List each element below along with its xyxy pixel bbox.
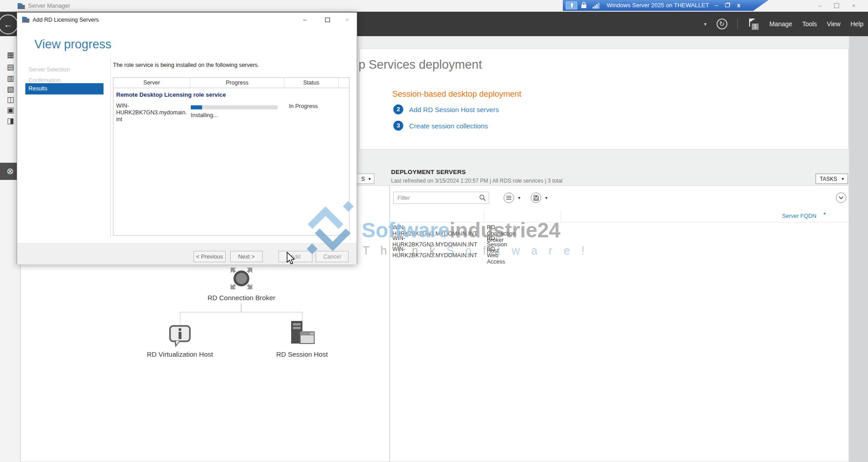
chevron-down-icon[interactable]: ▾	[518, 195, 520, 200]
host-minimize-button[interactable]: –	[818, 2, 821, 9]
rdp-minimize-button[interactable]: –	[715, 2, 718, 9]
progress-bar-fill	[191, 105, 202, 109]
server-manager-icon	[17, 3, 25, 9]
wizard-page-heading: View progress	[34, 38, 112, 52]
deployment-servers-title: DEPLOYMENT SERVERS	[391, 169, 466, 175]
menu-manage[interactable]: Manage	[769, 20, 793, 28]
connector-line-dotted	[180, 312, 241, 312]
chevron-down-icon[interactable]: ▾	[545, 195, 547, 200]
rd-virtualization-host-label: RD Virtualization Host	[135, 350, 225, 358]
deployment-table-header: Server FQDN ▲ Installed Role Service	[390, 211, 849, 222]
rd-session-host-label: RD Session Host	[257, 350, 347, 358]
progress-label: Installing...	[191, 112, 218, 118]
cell-server-fqdn: WIN-HURK2BK7GN3.MYDOMAIN.INT	[392, 246, 477, 259]
cell-server-name: WIN-HURK2BK7GN3.mydomain.int	[116, 103, 188, 123]
sidebar-item-iis-icon[interactable]: ◫	[5, 95, 16, 104]
chevron-down-icon[interactable]: ▾	[704, 21, 707, 27]
rdp-connection-bar: Windows Server 2025 on THEWALLET – x	[563, 0, 769, 11]
connector-line	[241, 312, 302, 312]
role-service-group-header: Remote Desktop Licensing role service	[116, 91, 226, 98]
tasks-dropdown-button[interactable]: TASKS ▾	[816, 174, 848, 184]
menu-view[interactable]: View	[827, 20, 840, 28]
rds-icon: ⊗	[5, 166, 16, 176]
divider	[110, 58, 111, 237]
host-window-controls: – ×	[818, 2, 855, 9]
progress-bar	[191, 105, 278, 109]
menu-separator	[737, 19, 738, 29]
refresh-icon[interactable]: ↻	[717, 19, 727, 29]
save-query-icon[interactable]	[531, 193, 541, 203]
dialog-close-button[interactable]: ×	[341, 15, 354, 24]
rd-session-host-icon[interactable]	[289, 320, 316, 348]
column-server: Server	[113, 78, 190, 88]
sidebar-item-file-storage-icon[interactable]: ▧	[5, 85, 16, 94]
add-rd-licensing-servers-dialog: Add RD Licensing Servers – × View progre…	[17, 12, 357, 264]
install-progress-table: Server Progress Status Remote Desktop Li…	[113, 77, 349, 236]
header-underline	[113, 88, 349, 88]
wizard-icon	[22, 16, 30, 23]
chevron-down-icon: ▾	[368, 176, 371, 181]
column-server-fqdn[interactable]: Server FQDN	[782, 213, 816, 219]
filter-input[interactable]	[393, 192, 489, 204]
column-extra	[339, 78, 349, 88]
sidebar-item-local-server-icon[interactable]: ▤	[5, 63, 16, 72]
step-create-session-collections: 3 Create session collections	[393, 121, 488, 131]
rd-connection-broker-label: RD Connection Broker	[196, 294, 287, 302]
wizard-instruction: The role service is being installed on t…	[113, 62, 259, 68]
collapse-panel-icon[interactable]	[836, 193, 846, 203]
partial-tasks-label: S	[361, 176, 365, 182]
deployment-servers-subtitle: Last refreshed on 3/15/2024 1:20:57 PM |…	[391, 178, 562, 184]
step-add-rd-session-host: 2 Add RD Session Host servers	[393, 104, 499, 114]
column-separator	[484, 211, 484, 222]
step-number-badge: 2	[393, 104, 403, 114]
chevron-down-icon: ▾	[842, 176, 844, 181]
screen: Server Manager – × Windows Server 2025 o…	[0, 0, 868, 462]
rd-virtualization-host-icon[interactable]	[167, 324, 193, 349]
host-close-button[interactable]: ×	[852, 2, 855, 9]
connector-line-dotted	[180, 312, 180, 325]
wizard-nav-results[interactable]: Results	[25, 83, 104, 94]
rdp-close-button[interactable]: x	[737, 2, 740, 9]
search-icon[interactable]	[479, 194, 486, 201]
cancel-button[interactable]: Cancel	[316, 251, 349, 262]
add-rd-session-host-link[interactable]: Add RD Session Host servers	[409, 106, 499, 113]
sidebar-item-roles-icon[interactable]: ▣	[5, 106, 16, 115]
sidebar-item-dashboard-icon[interactable]: ▦	[5, 51, 16, 60]
overview-heading-partial: p Services deployment	[359, 58, 482, 72]
dialog-minimize-button[interactable]: –	[298, 15, 311, 24]
create-session-collections-link[interactable]: Create session collections	[409, 122, 488, 130]
session-deployment-heading: Session-based desktop deployment	[392, 90, 521, 99]
step-number-badge: 3	[393, 121, 403, 131]
dialog-title: Add RD Licensing Servers	[33, 17, 99, 23]
notifications-flag-icon[interactable]: 1	[748, 18, 760, 30]
next-button[interactable]: Next >	[230, 251, 263, 262]
list-view-icon[interactable]	[504, 193, 514, 203]
dialog-titlebar[interactable]: Add RD Licensing Servers – ×	[17, 13, 357, 27]
column-status: Status	[284, 78, 339, 88]
column-progress: Progress	[190, 78, 284, 88]
rdp-controls: – x	[715, 2, 740, 9]
tasks-label: TASKS	[820, 176, 837, 182]
dialog-maximize-button[interactable]	[321, 15, 334, 24]
notification-badge: 1	[752, 24, 759, 30]
status-label: In Progress	[289, 103, 318, 109]
sidebar-item-all-servers-icon[interactable]: ▥	[5, 74, 16, 83]
connector-line	[241, 303, 241, 312]
host-maximize-button[interactable]	[834, 3, 839, 8]
sidebar-item-services-icon[interactable]: ◨	[5, 117, 16, 126]
host-window-title: Server Manager	[28, 2, 70, 9]
band-menu: ▾ ↻ 1 Manage Tools View Help	[704, 18, 863, 30]
sort-ascending-icon[interactable]: ▲	[823, 211, 826, 215]
wizard-nav-server-selection: Server Selection	[25, 65, 104, 75]
menu-help[interactable]: Help	[850, 20, 863, 28]
rd-connection-broker-icon[interactable]	[229, 266, 254, 291]
rdp-restore-button[interactable]	[725, 3, 730, 7]
cell-role: RD Web Access	[487, 246, 505, 265]
wizard-footer: < Previous Next > Add Cancel	[17, 243, 357, 264]
previous-button[interactable]: < Previous	[193, 251, 226, 262]
column-separator	[561, 211, 561, 222]
menu-tools[interactable]: Tools	[802, 20, 817, 28]
add-button[interactable]: Add	[278, 251, 312, 262]
right-gutter	[849, 36, 868, 462]
